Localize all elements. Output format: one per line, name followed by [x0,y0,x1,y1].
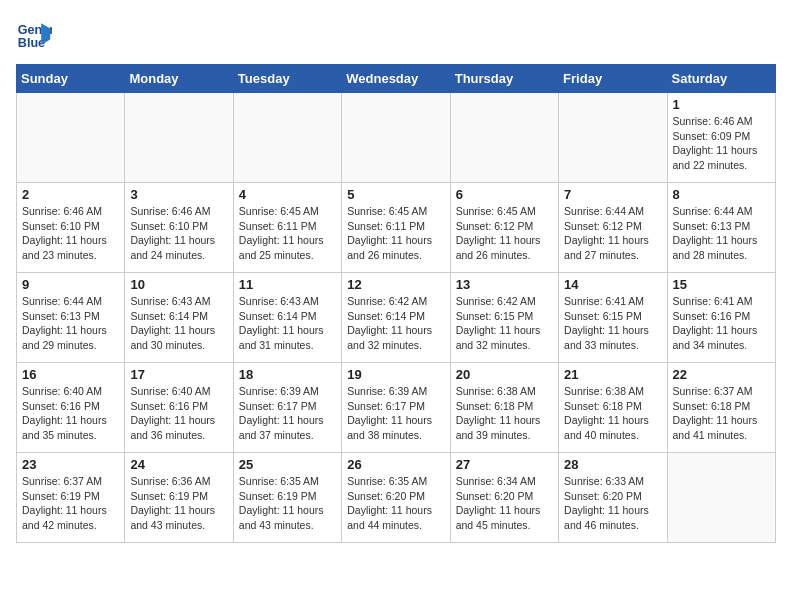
calendar-week-4: 16Sunrise: 6:40 AM Sunset: 6:16 PM Dayli… [17,363,776,453]
day-info: Sunrise: 6:40 AM Sunset: 6:16 PM Dayligh… [22,384,119,443]
calendar-cell: 22Sunrise: 6:37 AM Sunset: 6:18 PM Dayli… [667,363,775,453]
day-number: 3 [130,187,227,202]
calendar-cell: 23Sunrise: 6:37 AM Sunset: 6:19 PM Dayli… [17,453,125,543]
day-number: 25 [239,457,336,472]
day-number: 9 [22,277,119,292]
day-number: 5 [347,187,444,202]
weekday-saturday: Saturday [667,65,775,93]
day-info: Sunrise: 6:42 AM Sunset: 6:14 PM Dayligh… [347,294,444,353]
day-info: Sunrise: 6:44 AM Sunset: 6:12 PM Dayligh… [564,204,661,263]
calendar-cell: 8Sunrise: 6:44 AM Sunset: 6:13 PM Daylig… [667,183,775,273]
calendar-cell: 5Sunrise: 6:45 AM Sunset: 6:11 PM Daylig… [342,183,450,273]
logo: General Blue [16,16,54,52]
day-number: 26 [347,457,444,472]
calendar-cell: 6Sunrise: 6:45 AM Sunset: 6:12 PM Daylig… [450,183,558,273]
calendar-cell [667,453,775,543]
day-info: Sunrise: 6:39 AM Sunset: 6:17 PM Dayligh… [239,384,336,443]
calendar-body: 1Sunrise: 6:46 AM Sunset: 6:09 PM Daylig… [17,93,776,543]
calendar-week-2: 2Sunrise: 6:46 AM Sunset: 6:10 PM Daylig… [17,183,776,273]
day-number: 10 [130,277,227,292]
day-number: 18 [239,367,336,382]
calendar-cell: 12Sunrise: 6:42 AM Sunset: 6:14 PM Dayli… [342,273,450,363]
day-info: Sunrise: 6:41 AM Sunset: 6:16 PM Dayligh… [673,294,770,353]
day-number: 4 [239,187,336,202]
calendar-week-1: 1Sunrise: 6:46 AM Sunset: 6:09 PM Daylig… [17,93,776,183]
day-info: Sunrise: 6:46 AM Sunset: 6:10 PM Dayligh… [130,204,227,263]
day-number: 19 [347,367,444,382]
calendar-cell: 17Sunrise: 6:40 AM Sunset: 6:16 PM Dayli… [125,363,233,453]
weekday-tuesday: Tuesday [233,65,341,93]
weekday-friday: Friday [559,65,667,93]
calendar-cell: 16Sunrise: 6:40 AM Sunset: 6:16 PM Dayli… [17,363,125,453]
calendar-cell: 7Sunrise: 6:44 AM Sunset: 6:12 PM Daylig… [559,183,667,273]
day-info: Sunrise: 6:46 AM Sunset: 6:10 PM Dayligh… [22,204,119,263]
day-number: 27 [456,457,553,472]
svg-text:Blue: Blue [18,36,45,50]
day-number: 6 [456,187,553,202]
logo-icon: General Blue [16,16,52,52]
calendar-cell: 13Sunrise: 6:42 AM Sunset: 6:15 PM Dayli… [450,273,558,363]
calendar-cell [559,93,667,183]
day-number: 2 [22,187,119,202]
day-number: 13 [456,277,553,292]
weekday-header-row: SundayMondayTuesdayWednesdayThursdayFrid… [17,65,776,93]
calendar-cell [125,93,233,183]
calendar-cell: 10Sunrise: 6:43 AM Sunset: 6:14 PM Dayli… [125,273,233,363]
day-info: Sunrise: 6:34 AM Sunset: 6:20 PM Dayligh… [456,474,553,533]
day-info: Sunrise: 6:36 AM Sunset: 6:19 PM Dayligh… [130,474,227,533]
calendar-cell: 25Sunrise: 6:35 AM Sunset: 6:19 PM Dayli… [233,453,341,543]
day-number: 7 [564,187,661,202]
day-number: 16 [22,367,119,382]
day-info: Sunrise: 6:42 AM Sunset: 6:15 PM Dayligh… [456,294,553,353]
calendar-cell: 24Sunrise: 6:36 AM Sunset: 6:19 PM Dayli… [125,453,233,543]
calendar-cell: 4Sunrise: 6:45 AM Sunset: 6:11 PM Daylig… [233,183,341,273]
day-info: Sunrise: 6:35 AM Sunset: 6:19 PM Dayligh… [239,474,336,533]
day-info: Sunrise: 6:46 AM Sunset: 6:09 PM Dayligh… [673,114,770,173]
calendar-cell: 15Sunrise: 6:41 AM Sunset: 6:16 PM Dayli… [667,273,775,363]
calendar-table: SundayMondayTuesdayWednesdayThursdayFrid… [16,64,776,543]
calendar-cell: 26Sunrise: 6:35 AM Sunset: 6:20 PM Dayli… [342,453,450,543]
day-number: 24 [130,457,227,472]
day-number: 1 [673,97,770,112]
calendar-cell: 21Sunrise: 6:38 AM Sunset: 6:18 PM Dayli… [559,363,667,453]
day-info: Sunrise: 6:35 AM Sunset: 6:20 PM Dayligh… [347,474,444,533]
day-number: 20 [456,367,553,382]
day-number: 21 [564,367,661,382]
day-info: Sunrise: 6:40 AM Sunset: 6:16 PM Dayligh… [130,384,227,443]
calendar-cell: 9Sunrise: 6:44 AM Sunset: 6:13 PM Daylig… [17,273,125,363]
day-info: Sunrise: 6:45 AM Sunset: 6:11 PM Dayligh… [347,204,444,263]
day-info: Sunrise: 6:44 AM Sunset: 6:13 PM Dayligh… [673,204,770,263]
day-number: 14 [564,277,661,292]
calendar-cell: 3Sunrise: 6:46 AM Sunset: 6:10 PM Daylig… [125,183,233,273]
day-number: 15 [673,277,770,292]
calendar-cell: 1Sunrise: 6:46 AM Sunset: 6:09 PM Daylig… [667,93,775,183]
day-info: Sunrise: 6:45 AM Sunset: 6:11 PM Dayligh… [239,204,336,263]
day-info: Sunrise: 6:41 AM Sunset: 6:15 PM Dayligh… [564,294,661,353]
day-info: Sunrise: 6:44 AM Sunset: 6:13 PM Dayligh… [22,294,119,353]
day-info: Sunrise: 6:43 AM Sunset: 6:14 PM Dayligh… [239,294,336,353]
header: General Blue [16,16,776,52]
calendar-cell: 2Sunrise: 6:46 AM Sunset: 6:10 PM Daylig… [17,183,125,273]
calendar-cell: 11Sunrise: 6:43 AM Sunset: 6:14 PM Dayli… [233,273,341,363]
day-info: Sunrise: 6:37 AM Sunset: 6:19 PM Dayligh… [22,474,119,533]
day-number: 17 [130,367,227,382]
weekday-sunday: Sunday [17,65,125,93]
day-info: Sunrise: 6:33 AM Sunset: 6:20 PM Dayligh… [564,474,661,533]
day-info: Sunrise: 6:38 AM Sunset: 6:18 PM Dayligh… [564,384,661,443]
day-info: Sunrise: 6:38 AM Sunset: 6:18 PM Dayligh… [456,384,553,443]
day-info: Sunrise: 6:43 AM Sunset: 6:14 PM Dayligh… [130,294,227,353]
calendar-week-3: 9Sunrise: 6:44 AM Sunset: 6:13 PM Daylig… [17,273,776,363]
calendar-cell: 20Sunrise: 6:38 AM Sunset: 6:18 PM Dayli… [450,363,558,453]
day-number: 11 [239,277,336,292]
calendar-cell: 28Sunrise: 6:33 AM Sunset: 6:20 PM Dayli… [559,453,667,543]
day-number: 28 [564,457,661,472]
day-number: 12 [347,277,444,292]
day-number: 22 [673,367,770,382]
calendar-cell: 27Sunrise: 6:34 AM Sunset: 6:20 PM Dayli… [450,453,558,543]
weekday-thursday: Thursday [450,65,558,93]
calendar-week-5: 23Sunrise: 6:37 AM Sunset: 6:19 PM Dayli… [17,453,776,543]
day-number: 8 [673,187,770,202]
calendar-cell [233,93,341,183]
day-info: Sunrise: 6:37 AM Sunset: 6:18 PM Dayligh… [673,384,770,443]
day-info: Sunrise: 6:45 AM Sunset: 6:12 PM Dayligh… [456,204,553,263]
